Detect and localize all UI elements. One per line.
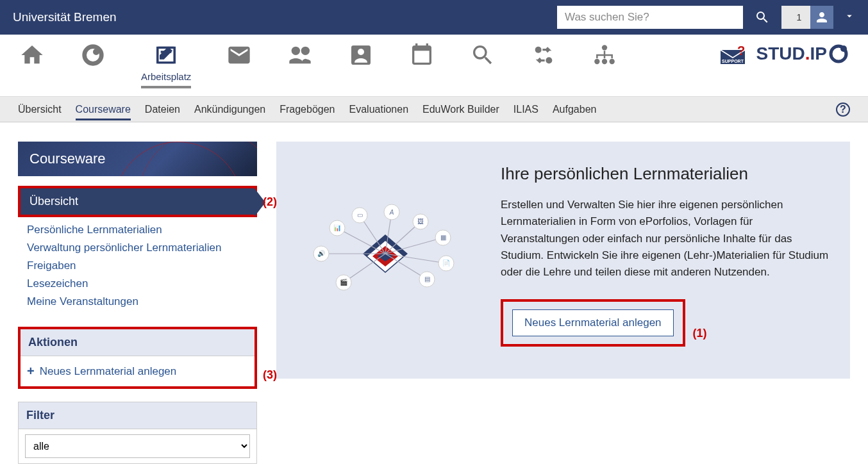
nav-right: ?SUPPORT STUD.IP xyxy=(719,42,849,65)
search-icon xyxy=(755,10,770,25)
svg-text:🖼: 🖼 xyxy=(417,218,424,225)
highlight-3: Aktionen + Neues Lernmaterial anlegen (3… xyxy=(18,327,257,389)
plus-icon: + xyxy=(27,364,35,379)
sidebar-item[interactable]: Freigaben xyxy=(18,257,257,275)
orgchart-icon xyxy=(592,42,617,68)
sidebar-item[interactable]: Persönliche Lernmaterialien xyxy=(18,221,257,239)
nav-home[interactable] xyxy=(19,42,45,68)
tab-dateien[interactable]: Dateien xyxy=(145,99,180,120)
panel-title: Ihre persönlichen Lernmaterialien xyxy=(501,164,831,184)
filter-header: Filter xyxy=(19,402,256,429)
circle-arrow-icon xyxy=(80,42,106,68)
calendar-icon: 42 xyxy=(409,42,435,68)
home-icon xyxy=(19,42,45,68)
filter-widget: Filter alle xyxy=(18,402,257,464)
logo-dot: . xyxy=(805,44,810,64)
person-icon xyxy=(814,10,830,25)
notification-count: 1 xyxy=(788,12,810,22)
nav-orgchart[interactable] xyxy=(592,42,617,68)
logo-stud: STUD xyxy=(756,44,805,64)
svg-point-6 xyxy=(358,49,364,55)
highlight-label-3: (3) xyxy=(263,368,277,382)
tab-evaluationen[interactable]: Evaluationen xyxy=(349,99,409,120)
tab-eduwork[interactable]: EduWork Builder xyxy=(422,99,499,120)
nav-search[interactable] xyxy=(470,42,496,68)
top-header: Universität Bremen 1 xyxy=(0,0,868,35)
main-panel: 🔊 📊 ▭ A 🖼 ▦ 📄 ▤ 🎬 Ihre persönlichen Lern… xyxy=(276,142,850,379)
highlight-1: Neues Lernmaterial anlegen (1) xyxy=(501,299,685,347)
support-badge[interactable]: ?SUPPORT xyxy=(719,42,750,65)
svg-text:▭: ▭ xyxy=(357,211,363,218)
svg-point-9 xyxy=(546,57,553,63)
panel-description: Erstellen und Verwalten Sie hier ihre ei… xyxy=(501,197,831,281)
panel-image: 🔊 📊 ▭ A 🖼 ▦ 📄 ▤ 🎬 xyxy=(296,164,475,347)
tab-frageboegen[interactable]: Fragebögen xyxy=(280,99,335,120)
svg-point-1 xyxy=(93,49,99,55)
action-new-label: Neues Lernmaterial anlegen xyxy=(40,365,177,378)
nav-profile[interactable] xyxy=(348,42,374,68)
workspace-icon xyxy=(153,42,179,68)
svg-text:🎬: 🎬 xyxy=(340,278,348,286)
help-button[interactable]: ? xyxy=(836,103,850,117)
content: Courseware Übersicht (2) Persönliche Ler… xyxy=(0,122,868,476)
search-icon xyxy=(470,42,496,68)
search-button[interactable] xyxy=(749,4,775,30)
nav-circle[interactable] xyxy=(80,42,106,68)
highlight-label-1: (1) xyxy=(693,327,707,340)
filter-select[interactable]: alle xyxy=(25,434,250,458)
sidebar-item-active[interactable]: Übersicht xyxy=(21,188,255,215)
tab-aufgaben[interactable]: Aufgaben xyxy=(553,99,597,120)
svg-text:▤: ▤ xyxy=(424,275,430,283)
user-panel[interactable]: 1 xyxy=(781,6,833,29)
tab-ankuendigungen[interactable]: Ankündigungen xyxy=(194,99,265,120)
tab-ilias[interactable]: ILIAS xyxy=(513,99,538,120)
svg-point-10 xyxy=(602,45,607,50)
highlight-2: Übersicht (2) xyxy=(18,186,257,217)
nav-community[interactable] xyxy=(287,42,313,68)
sub-tabs: Übersicht Courseware Dateien Ankündigung… xyxy=(0,97,868,122)
svg-text:🔊: 🔊 xyxy=(317,249,326,258)
highlight-label-2: (2) xyxy=(263,195,277,208)
svg-point-12 xyxy=(602,59,607,64)
main-nav: Arbeitsplatz 42 ?SUPPORT STUD.IP xyxy=(0,35,868,97)
sidebar-item-active-label: Übersicht xyxy=(29,195,78,208)
nav-calendar[interactable]: 42 xyxy=(409,42,435,68)
site-title: Universität Bremen xyxy=(13,10,117,24)
svg-text:?: ? xyxy=(737,44,745,58)
svg-point-8 xyxy=(535,47,542,53)
svg-text:📄: 📄 xyxy=(442,259,451,267)
actions-widget: Aktionen + Neues Lernmaterial anlegen xyxy=(21,329,255,386)
user-menu-toggle[interactable] xyxy=(844,10,855,24)
panel-text: Ihre persönlichen Lernmaterialien Erstel… xyxy=(501,164,831,347)
nav-messages[interactable] xyxy=(226,42,252,68)
tab-uebersicht[interactable]: Übersicht xyxy=(18,99,62,120)
svg-text:▦: ▦ xyxy=(440,234,446,241)
nav-arbeitsplatz[interactable]: Arbeitsplatz xyxy=(141,42,191,88)
sidebar-nav-list: Persönliche Lernmaterialien Verwaltung p… xyxy=(18,217,257,317)
nav-transfer[interactable] xyxy=(531,42,556,68)
sidebar: Courseware Übersicht (2) Persönliche Ler… xyxy=(18,142,257,464)
tab-courseware[interactable]: Courseware xyxy=(76,99,131,120)
studip-logo[interactable]: STUD.IP xyxy=(756,44,849,64)
svg-point-18 xyxy=(840,45,847,52)
svg-point-4 xyxy=(301,47,310,55)
network-graphic-icon: 🔊 📊 ▭ A 🖼 ▦ 📄 ▤ 🎬 xyxy=(302,202,469,299)
sidebar-title: Courseware xyxy=(18,142,257,176)
sidebar-item[interactable]: Meine Veranstaltungen xyxy=(18,293,257,311)
svg-point-3 xyxy=(292,47,300,55)
action-new-material[interactable]: + Neues Lernmaterial anlegen xyxy=(27,361,248,381)
main: 🔊 📊 ▭ A 🖼 ▦ 📄 ▤ 🎬 Ihre persönlichen Lern… xyxy=(276,142,850,464)
actions-header: Aktionen xyxy=(21,329,255,356)
sidebar-title-text: Courseware xyxy=(29,151,106,167)
svg-text:📊: 📊 xyxy=(333,224,342,232)
sidebar-item[interactable]: Verwaltung persönlicher Lernmaterialien xyxy=(18,239,257,257)
avatar xyxy=(810,6,833,29)
sidebar-item[interactable]: Lesezeichen xyxy=(18,275,257,293)
people-icon xyxy=(287,42,313,68)
logo-ip: IP xyxy=(810,44,827,64)
create-material-button[interactable]: Neues Lernmaterial anlegen xyxy=(512,309,674,336)
chevron-down-icon xyxy=(844,10,855,22)
nav-arbeitsplatz-label: Arbeitsplatz xyxy=(141,71,191,88)
search-input[interactable] xyxy=(557,6,743,29)
logo-ring-icon xyxy=(828,44,849,64)
